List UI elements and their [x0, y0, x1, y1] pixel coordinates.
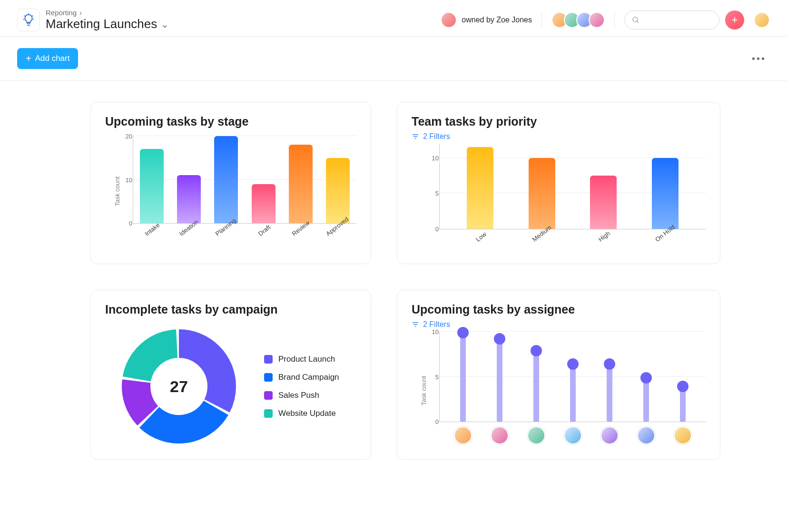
bar[interactable] — [140, 149, 164, 223]
legend-item[interactable]: Brand Campaign — [264, 373, 339, 382]
bar-column — [554, 332, 591, 422]
lightbulb-icon — [21, 13, 36, 27]
toolbar: + Add chart ••• — [0, 37, 787, 81]
bar[interactable] — [177, 175, 201, 223]
bar-column — [518, 332, 554, 422]
lollipop-bar[interactable] — [680, 385, 686, 422]
avatar — [441, 12, 457, 28]
bar[interactable] — [467, 147, 493, 229]
lollipop-bar[interactable] — [460, 332, 466, 422]
legend-item[interactable]: Website Update — [264, 409, 339, 418]
x-tick-label: Intake — [143, 221, 161, 237]
bar-column: Low — [449, 144, 511, 229]
plus-icon: + — [26, 54, 31, 63]
bar[interactable] — [652, 158, 679, 229]
avatar[interactable] — [491, 426, 509, 444]
donut-total: 27 — [119, 327, 238, 446]
plus-icon: + — [732, 14, 738, 26]
create-button[interactable]: + — [725, 10, 744, 30]
more-menu-button[interactable]: ••• — [748, 50, 770, 67]
y-tick: 5 — [422, 373, 439, 380]
card-title: Team tasks by priority — [412, 115, 706, 128]
chevron-right-icon: › — [79, 9, 82, 17]
bar[interactable] — [214, 136, 238, 223]
chart-plot: 10 5 0 LowMediumHighOn Hold — [439, 144, 706, 229]
lollipop-bar[interactable] — [607, 363, 612, 422]
card-upcoming-by-stage[interactable]: Upcoming tasks by stage Task count 20 10… — [90, 102, 371, 264]
card-title: Upcoming tasks by assignee — [412, 303, 706, 316]
avatar[interactable] — [637, 426, 655, 444]
bar-column: High — [573, 144, 635, 229]
y-tick: 10 — [115, 176, 132, 183]
filters-button[interactable]: 2 Filters — [412, 132, 706, 141]
owner-block[interactable]: owned by Zoe Jones — [441, 12, 532, 28]
bar[interactable] — [590, 176, 617, 229]
card-incomplete-by-campaign[interactable]: Incomplete tasks by campaign 27 Product … — [90, 290, 371, 460]
legend-item[interactable]: Product Launch — [264, 355, 339, 364]
divider — [614, 11, 615, 29]
y-tick: 10 — [422, 154, 439, 161]
filter-icon — [412, 133, 419, 140]
search-icon — [631, 16, 640, 24]
lollipop-bar[interactable] — [643, 377, 649, 422]
swatch — [264, 391, 273, 400]
y-tick: 20 — [115, 133, 132, 140]
chart-plot: 10 5 0 — [439, 332, 706, 422]
collaborator-avatars[interactable] — [551, 12, 605, 28]
y-tick: 0 — [115, 220, 132, 227]
x-tick-label: Low — [474, 230, 488, 243]
bar[interactable] — [289, 145, 313, 223]
bar-column — [591, 332, 628, 422]
chart-plot: 20 10 0 IntakeIdeationPlanningDraftRevie… — [133, 136, 356, 224]
bar-column — [628, 332, 664, 422]
breadcrumb: Reporting › — [46, 9, 169, 17]
lollipop-bar[interactable] — [533, 350, 539, 422]
bar-column — [481, 332, 518, 422]
filters-button[interactable]: 2 Filters — [412, 320, 706, 329]
filters-label: 2 Filters — [423, 320, 450, 329]
bar[interactable] — [529, 158, 555, 229]
page-title: Marketing Launches — [46, 17, 157, 31]
bar-column: Approved — [319, 136, 356, 223]
avatar[interactable] — [564, 426, 582, 444]
avatar — [589, 12, 605, 28]
svg-point-0 — [633, 17, 638, 22]
bar[interactable] — [252, 184, 275, 223]
donut-chart: 27 — [119, 327, 238, 446]
legend-item[interactable]: Sales Push — [264, 391, 339, 400]
top-bar: Reporting › Marketing Launches ⌄ owned b… — [0, 0, 787, 37]
bar-column: Ideation — [170, 136, 207, 223]
avatar[interactable] — [600, 426, 619, 444]
avatar[interactable] — [454, 426, 472, 444]
bar[interactable] — [326, 158, 350, 223]
add-chart-button[interactable]: + Add chart — [17, 48, 78, 69]
lollipop-bar[interactable] — [497, 338, 502, 422]
x-tick-label: High — [597, 230, 611, 243]
bar-column: Medium — [511, 144, 573, 229]
filters-label: 2 Filters — [423, 132, 450, 141]
avatar[interactable] — [674, 426, 692, 444]
y-tick: 0 — [422, 226, 439, 233]
y-tick: 10 — [422, 328, 439, 335]
card-upcoming-by-assignee[interactable]: Upcoming tasks by assignee 2 Filters Tas… — [397, 290, 720, 460]
project-icon — [17, 9, 40, 31]
bar-column: Intake — [133, 136, 170, 223]
chevron-down-icon[interactable]: ⌄ — [161, 19, 169, 30]
card-title: Upcoming tasks by stage — [105, 115, 356, 128]
user-avatar[interactable] — [754, 12, 770, 28]
bar-column — [664, 332, 701, 422]
breadcrumb-parent[interactable]: Reporting — [46, 9, 77, 17]
card-tasks-by-priority[interactable]: Team tasks by priority 2 Filters 10 5 0 … — [397, 102, 720, 264]
legend: Product Launch Brand Campaign Sales Push… — [264, 355, 339, 418]
bar-column: Review — [282, 136, 319, 223]
bar-column: On Hold — [634, 144, 696, 229]
chart-grid: Upcoming tasks by stage Task count 20 10… — [0, 81, 787, 460]
y-tick: 5 — [422, 190, 439, 197]
filter-icon — [412, 321, 419, 328]
swatch — [264, 409, 273, 418]
avatar[interactable] — [527, 426, 545, 444]
search-input[interactable] — [624, 10, 719, 30]
bar-column: Draft — [245, 136, 282, 223]
lollipop-bar[interactable] — [570, 363, 576, 422]
card-title: Incomplete tasks by campaign — [105, 303, 356, 316]
